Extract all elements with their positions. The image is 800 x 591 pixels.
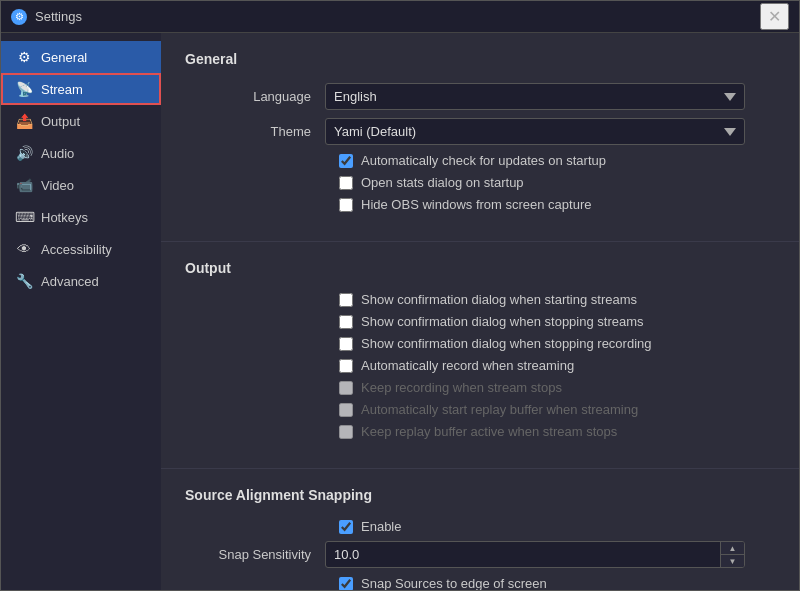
sidebar-label-video: Video — [41, 178, 74, 193]
auto-check-label: Automatically check for updates on start… — [361, 153, 606, 168]
confirm-start-label: Show confirmation dialog when starting s… — [361, 292, 637, 307]
sidebar-item-audio[interactable]: 🔊 Audio — [1, 137, 161, 169]
keep-recording-row: Keep recording when stream stops — [185, 380, 775, 395]
titlebar: ⚙ Settings ✕ — [1, 1, 799, 33]
snap-edge-checkbox[interactable] — [339, 577, 353, 591]
sidebar-label-general: General — [41, 50, 87, 65]
titlebar-left: ⚙ Settings — [11, 9, 82, 25]
keep-recording-label: Keep recording when stream stops — [361, 380, 562, 395]
general-section-title: General — [185, 51, 775, 67]
sidebar-label-accessibility: Accessibility — [41, 242, 112, 257]
sensitivity-down-arrow[interactable]: ▼ — [721, 555, 744, 567]
content-area: ⚙ General 📡 Stream 📤 Output 🔊 Audio 📹 Vi… — [1, 33, 799, 590]
accessibility-icon: 👁 — [15, 241, 33, 257]
confirm-stop-stream-row: Show confirmation dialog when stopping s… — [185, 314, 775, 329]
settings-window: ⚙ Settings ✕ ⚙ General 📡 Stream 📤 Output… — [0, 0, 800, 591]
language-control: English — [325, 83, 745, 110]
open-stats-label: Open stats dialog on startup — [361, 175, 524, 190]
sidebar-item-video[interactable]: 📹 Video — [1, 169, 161, 201]
hotkeys-icon: ⌨ — [15, 209, 33, 225]
advanced-icon: 🔧 — [15, 273, 33, 289]
auto-replay-row: Automatically start replay buffer when s… — [185, 402, 775, 417]
theme-label: Theme — [185, 124, 325, 139]
snap-edge-row: Snap Sources to edge of screen — [185, 576, 775, 590]
hide-obs-label: Hide OBS windows from screen capture — [361, 197, 591, 212]
language-row: Language English — [185, 83, 775, 110]
theme-control: Yami (Default) — [325, 118, 745, 145]
confirm-stop-rec-row: Show confirmation dialog when stopping r… — [185, 336, 775, 351]
sidebar-item-output[interactable]: 📤 Output — [1, 105, 161, 137]
keep-replay-checkbox — [339, 425, 353, 439]
language-dropdown[interactable]: English — [325, 83, 745, 110]
sidebar-item-advanced[interactable]: 🔧 Advanced — [1, 265, 161, 297]
close-button[interactable]: ✕ — [760, 3, 789, 30]
sidebar-item-general[interactable]: ⚙ General — [1, 41, 161, 73]
auto-record-label: Automatically record when streaming — [361, 358, 574, 373]
enable-snapping-label: Enable — [361, 519, 401, 534]
sidebar-label-output: Output — [41, 114, 80, 129]
confirm-start-checkbox[interactable] — [339, 293, 353, 307]
language-label: Language — [185, 89, 325, 104]
snapping-section: Source Alignment Snapping Enable Snap Se… — [161, 469, 799, 590]
auto-replay-label: Automatically start replay buffer when s… — [361, 402, 638, 417]
video-icon: 📹 — [15, 177, 33, 193]
output-section-title: Output — [185, 260, 775, 276]
snapping-section-title: Source Alignment Snapping — [185, 487, 775, 503]
stream-icon: 📡 — [15, 81, 33, 97]
window-title: Settings — [35, 9, 82, 24]
main-panel: General Language English Theme Yami (Def… — [161, 33, 799, 590]
output-section: Output Show confirmation dialog when sta… — [161, 242, 799, 469]
sensitivity-control: 10.0 ▲ ▼ — [325, 541, 745, 568]
sidebar-label-hotkeys: Hotkeys — [41, 210, 88, 225]
keep-replay-row: Keep replay buffer active when stream st… — [185, 424, 775, 439]
sensitivity-dropdown[interactable]: 10.0 — [325, 541, 745, 568]
sensitivity-label: Snap Sensitivity — [185, 547, 325, 562]
sensitivity-row: Snap Sensitivity 10.0 ▲ ▼ — [185, 541, 775, 568]
keep-recording-checkbox — [339, 381, 353, 395]
open-stats-row: Open stats dialog on startup — [185, 175, 775, 190]
enable-snapping-row: Enable — [185, 519, 775, 534]
confirm-stop-rec-label: Show confirmation dialog when stopping r… — [361, 336, 652, 351]
snap-edge-label: Snap Sources to edge of screen — [361, 576, 547, 590]
enable-snapping-checkbox[interactable] — [339, 520, 353, 534]
confirm-stop-stream-checkbox[interactable] — [339, 315, 353, 329]
auto-record-checkbox[interactable] — [339, 359, 353, 373]
sidebar-item-accessibility[interactable]: 👁 Accessibility — [1, 233, 161, 265]
hide-obs-checkbox[interactable] — [339, 198, 353, 212]
app-icon: ⚙ — [11, 9, 27, 25]
auto-check-row: Automatically check for updates on start… — [185, 153, 775, 168]
open-stats-checkbox[interactable] — [339, 176, 353, 190]
sidebar-label-stream: Stream — [41, 82, 83, 97]
keep-replay-label: Keep replay buffer active when stream st… — [361, 424, 617, 439]
hide-obs-row: Hide OBS windows from screen capture — [185, 197, 775, 212]
sensitivity-up-arrow[interactable]: ▲ — [721, 542, 744, 555]
theme-row: Theme Yami (Default) — [185, 118, 775, 145]
sidebar-label-audio: Audio — [41, 146, 74, 161]
sidebar-item-stream[interactable]: 📡 Stream — [1, 73, 161, 105]
confirm-stop-rec-checkbox[interactable] — [339, 337, 353, 351]
sidebar: ⚙ General 📡 Stream 📤 Output 🔊 Audio 📹 Vi… — [1, 33, 161, 590]
sensitivity-arrows: ▲ ▼ — [720, 542, 744, 567]
sidebar-label-advanced: Advanced — [41, 274, 99, 289]
general-section: General Language English Theme Yami (Def… — [161, 33, 799, 242]
output-icon: 📤 — [15, 113, 33, 129]
audio-icon: 🔊 — [15, 145, 33, 161]
auto-replay-checkbox — [339, 403, 353, 417]
auto-record-row: Automatically record when streaming — [185, 358, 775, 373]
confirm-start-row: Show confirmation dialog when starting s… — [185, 292, 775, 307]
general-icon: ⚙ — [15, 49, 33, 65]
theme-dropdown[interactable]: Yami (Default) — [325, 118, 745, 145]
confirm-stop-stream-label: Show confirmation dialog when stopping s… — [361, 314, 644, 329]
auto-check-checkbox[interactable] — [339, 154, 353, 168]
sidebar-item-hotkeys[interactable]: ⌨ Hotkeys — [1, 201, 161, 233]
